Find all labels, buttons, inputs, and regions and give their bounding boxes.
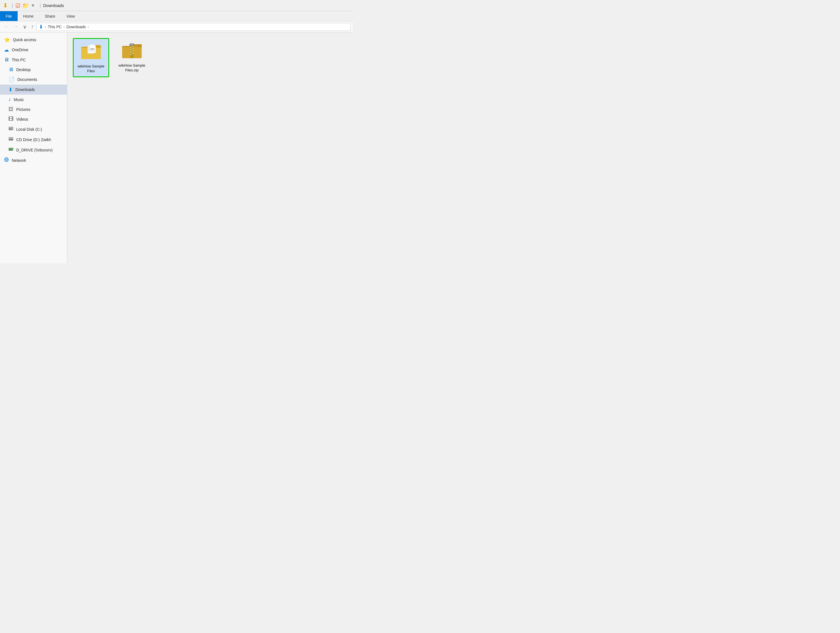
- svg-point-7: [12, 139, 12, 140]
- svg-rect-32: [132, 53, 134, 54]
- addr-sep1: ›: [45, 25, 46, 29]
- pictures-icon: 🖼: [8, 106, 13, 112]
- title-bar: ⬇ | ☑ 📁 ▼ | Downloads: [0, 0, 353, 11]
- videos-icon: 🎞: [8, 116, 13, 122]
- svg-rect-3: [9, 128, 11, 128]
- file-label-wikihow-zip: wikiHow Sample Files.zip: [116, 63, 148, 73]
- svg-point-10: [12, 150, 13, 150]
- svg-rect-27: [130, 47, 132, 48]
- svg-point-2: [11, 128, 13, 129]
- sidebar-item-quick-access[interactable]: ⭐ Quick access: [0, 35, 67, 45]
- cd-drive-icon: [8, 136, 13, 143]
- address-bar-row: ← → ∨ ↑ ⬇ › This PC › Downloads ›: [0, 21, 353, 33]
- sidebar-label-quick-access: Quick access: [13, 38, 36, 42]
- sidebar-label-music: Music: [14, 98, 24, 102]
- local-disk-icon: [8, 126, 13, 133]
- window-title: Downloads: [43, 3, 64, 8]
- addr-downloads: Downloads: [66, 25, 86, 29]
- sidebar-item-pictures[interactable]: 🖼 Pictures: [0, 104, 67, 114]
- sidebar-item-videos[interactable]: 🎞 Videos: [0, 114, 67, 124]
- sidebar-label-downloads: Downloads: [16, 87, 35, 92]
- sidebar-label-pictures: Pictures: [16, 107, 30, 112]
- separator2: |: [40, 3, 41, 8]
- tab-share[interactable]: Share: [39, 11, 61, 21]
- svg-rect-33: [130, 54, 132, 55]
- folder-icon: 📁: [22, 2, 29, 9]
- sidebar-label-desktop: Desktop: [16, 68, 30, 72]
- sidebar-label-d-drive: D_DRIVE (\\vboxsrv): [16, 148, 53, 152]
- d-drive-icon: [8, 147, 13, 153]
- sidebar: ⭐ Quick access ☁ OneDrive 🖥 This PC 🖥 De…: [0, 33, 67, 263]
- tab-file[interactable]: File: [0, 11, 17, 21]
- svg-rect-26: [132, 46, 134, 47]
- addr-sep2: ›: [63, 25, 65, 29]
- svg-rect-28: [132, 48, 134, 49]
- ribbon-tabs: File Home Share View: [0, 11, 353, 21]
- sidebar-item-desktop[interactable]: 🖥 Desktop: [0, 65, 67, 74]
- sidebar-item-documents[interactable]: 📄 Documents: [0, 74, 67, 85]
- sidebar-item-this-pc[interactable]: 🖥 This PC: [0, 55, 67, 65]
- addr-sep3: ›: [87, 25, 89, 29]
- checkbox-icon: ☑: [16, 2, 21, 9]
- network-icon: [4, 157, 9, 164]
- sidebar-item-onedrive[interactable]: ☁ OneDrive: [0, 45, 67, 55]
- music-icon: ♪: [8, 96, 11, 103]
- documents-icon: 📄: [8, 76, 14, 82]
- sidebar-label-local-disk: Local Disk (C:): [16, 127, 42, 132]
- desktop-icon: 🖥: [8, 66, 13, 73]
- back-button[interactable]: ←: [2, 23, 11, 31]
- sidebar-label-network: Network: [12, 158, 26, 163]
- sidebar-label-videos: Videos: [16, 117, 28, 122]
- pin-icon: ▼: [31, 3, 35, 8]
- this-pc-icon: 🖥: [4, 57, 9, 63]
- sidebar-item-cd-drive[interactable]: CD Drive (D:) Zwikh: [0, 134, 67, 145]
- sidebar-item-d-drive[interactable]: D_DRIVE (\\vboxsrv): [0, 145, 67, 155]
- file-item-wikihow-zip[interactable]: wikiHow Sample Files.zip: [114, 38, 150, 77]
- sidebar-item-downloads[interactable]: ⬇ Downloads: [0, 85, 67, 95]
- sidebar-item-network[interactable]: Network: [0, 155, 67, 166]
- sidebar-label-documents: Documents: [17, 77, 37, 82]
- svg-rect-31: [130, 52, 132, 53]
- address-bar[interactable]: ⬇ › This PC › Downloads ›: [36, 23, 351, 31]
- onedrive-icon: ☁: [4, 47, 9, 53]
- download-icon: ⬇: [3, 2, 8, 9]
- svg-rect-9: [9, 148, 13, 149]
- svg-text:DOCX: DOCX: [90, 48, 95, 50]
- recent-button[interactable]: ∨: [21, 23, 28, 31]
- sidebar-label-this-pc: This PC: [12, 58, 26, 62]
- sidebar-label-cd-drive: CD Drive (D:) Zwikh: [16, 137, 51, 142]
- forward-button[interactable]: →: [12, 23, 20, 31]
- file-label-wikihow-folder: wikiHow Sample Files: [76, 64, 106, 74]
- content-area: DOCX wikiHow Sample Files: [67, 33, 353, 263]
- folder-icon-wikihow: DOCX: [80, 42, 102, 62]
- sidebar-item-local-disk[interactable]: Local Disk (C:): [0, 124, 67, 134]
- zip-icon-wikihow: [121, 41, 143, 61]
- main-layout: ⭐ Quick access ☁ OneDrive 🖥 This PC 🖥 De…: [0, 33, 353, 263]
- downloads-icon: ⬇: [8, 87, 13, 93]
- svg-rect-30: [132, 51, 134, 52]
- sidebar-label-onedrive: OneDrive: [12, 47, 28, 52]
- svg-rect-35: [131, 44, 133, 45]
- quick-access-icon: ⭐: [4, 37, 10, 43]
- tab-home[interactable]: Home: [17, 11, 39, 21]
- addr-thispc: This PC: [48, 25, 62, 29]
- file-item-wikihow-folder[interactable]: DOCX wikiHow Sample Files: [73, 38, 109, 77]
- address-download-icon: ⬇: [39, 24, 43, 30]
- svg-rect-5: [9, 137, 13, 139]
- tab-view[interactable]: View: [61, 11, 81, 21]
- sidebar-item-music[interactable]: ♪ Music: [0, 95, 67, 104]
- svg-rect-29: [130, 49, 132, 51]
- up-button[interactable]: ↑: [29, 23, 35, 31]
- separator1: |: [12, 3, 13, 8]
